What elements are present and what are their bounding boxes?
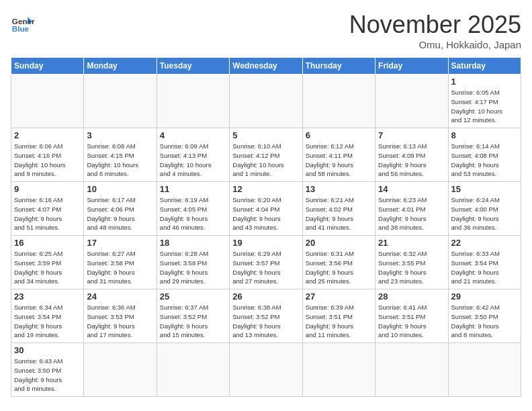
page-header: General Blue November 2025 Omu, Hokkaido… [11,11,521,50]
day-number: 2 [14,130,81,140]
calendar-cell: 7Sunrise: 6:13 AM Sunset: 4:09 PM Daylig… [375,128,448,182]
calendar-cell [302,343,375,397]
day-info: Sunrise: 6:17 AM Sunset: 4:06 PM Dayligh… [87,195,153,232]
calendar-cell: 23Sunrise: 6:34 AM Sunset: 3:54 PM Dayli… [11,289,84,343]
day-number: 21 [378,238,445,248]
day-number: 28 [378,291,445,302]
calendar-cell: 15Sunrise: 6:24 AM Sunset: 4:00 PM Dayli… [448,182,521,236]
calendar-cell: 17Sunrise: 6:27 AM Sunset: 3:58 PM Dayli… [84,236,157,289]
day-number: 15 [451,184,518,194]
calendar-cell: 16Sunrise: 6:25 AM Sunset: 3:59 PM Dayli… [11,236,84,289]
day-info: Sunrise: 6:39 AM Sunset: 3:51 PM Dayligh… [306,303,372,340]
day-number: 10 [87,184,153,194]
logo: General Blue [11,11,35,35]
day-info: Sunrise: 6:29 AM Sunset: 3:57 PM Dayligh… [232,249,299,286]
calendar-cell: 19Sunrise: 6:29 AM Sunset: 3:57 PM Dayli… [230,236,302,289]
col-header-wednesday: Wednesday [230,58,302,75]
calendar-cell: 2Sunrise: 6:06 AM Sunset: 4:16 PM Daylig… [11,128,84,182]
calendar-cell: 5Sunrise: 6:10 AM Sunset: 4:12 PM Daylig… [230,128,302,182]
calendar-cell [157,75,229,128]
col-header-tuesday: Tuesday [157,58,229,75]
day-number: 29 [451,291,518,302]
day-number: 6 [306,130,372,140]
calendar-cell: 3Sunrise: 6:08 AM Sunset: 4:15 PM Daylig… [84,128,157,182]
calendar-cell: 28Sunrise: 6:41 AM Sunset: 3:51 PM Dayli… [375,289,448,343]
day-number: 8 [451,130,518,140]
day-number: 30 [14,345,81,355]
day-info: Sunrise: 6:14 AM Sunset: 4:08 PM Dayligh… [451,142,518,179]
calendar-cell [11,75,84,128]
day-info: Sunrise: 6:34 AM Sunset: 3:54 PM Dayligh… [14,303,81,340]
day-number: 5 [232,130,299,140]
day-info: Sunrise: 6:37 AM Sunset: 3:52 PM Dayligh… [160,303,226,340]
location: Omu, Hokkaido, Japan [349,39,521,50]
day-info: Sunrise: 6:13 AM Sunset: 4:09 PM Dayligh… [378,142,445,179]
day-number: 14 [378,184,445,194]
day-info: Sunrise: 6:33 AM Sunset: 3:54 PM Dayligh… [451,249,518,286]
calendar-week-row: 30Sunrise: 6:43 AM Sunset: 3:50 PM Dayli… [11,343,521,397]
day-number: 23 [14,291,81,302]
calendar-table: SundayMondayTuesdayWednesdayThursdayFrid… [11,57,521,397]
day-info: Sunrise: 6:24 AM Sunset: 4:00 PM Dayligh… [451,195,518,232]
calendar-cell: 18Sunrise: 6:28 AM Sunset: 3:58 PM Dayli… [157,236,229,289]
day-number: 13 [306,184,372,194]
day-info: Sunrise: 6:16 AM Sunset: 4:07 PM Dayligh… [14,195,81,232]
day-info: Sunrise: 6:42 AM Sunset: 3:50 PM Dayligh… [451,303,518,340]
calendar-cell [157,343,229,397]
day-info: Sunrise: 6:28 AM Sunset: 3:58 PM Dayligh… [160,249,226,286]
calendar-cell: 25Sunrise: 6:37 AM Sunset: 3:52 PM Dayli… [157,289,229,343]
day-info: Sunrise: 6:32 AM Sunset: 3:55 PM Dayligh… [378,249,445,286]
col-header-thursday: Thursday [302,58,375,75]
calendar-week-row: 16Sunrise: 6:25 AM Sunset: 3:59 PM Dayli… [11,236,521,289]
day-number: 3 [87,130,153,140]
day-info: Sunrise: 6:36 AM Sunset: 3:53 PM Dayligh… [87,303,153,340]
day-number: 18 [160,238,226,248]
calendar-week-row: 23Sunrise: 6:34 AM Sunset: 3:54 PM Dayli… [11,289,521,343]
day-info: Sunrise: 6:10 AM Sunset: 4:12 PM Dayligh… [232,142,299,179]
title-block: November 2025 Omu, Hokkaido, Japan [349,11,521,50]
day-number: 20 [306,238,372,248]
calendar-cell [375,343,448,397]
calendar-week-row: 1Sunrise: 6:05 AM Sunset: 4:17 PM Daylig… [11,75,521,128]
day-info: Sunrise: 6:12 AM Sunset: 4:11 PM Dayligh… [306,142,372,179]
day-number: 25 [160,291,226,302]
calendar-cell: 12Sunrise: 6:20 AM Sunset: 4:04 PM Dayli… [230,182,302,236]
calendar-cell: 8Sunrise: 6:14 AM Sunset: 4:08 PM Daylig… [448,128,521,182]
calendar-cell: 24Sunrise: 6:36 AM Sunset: 3:53 PM Dayli… [84,289,157,343]
calendar-cell: 22Sunrise: 6:33 AM Sunset: 3:54 PM Dayli… [448,236,521,289]
calendar-week-row: 2Sunrise: 6:06 AM Sunset: 4:16 PM Daylig… [11,128,521,182]
day-info: Sunrise: 6:05 AM Sunset: 4:17 PM Dayligh… [451,88,518,125]
day-info: Sunrise: 6:23 AM Sunset: 4:01 PM Dayligh… [378,195,445,232]
day-number: 26 [232,291,299,302]
calendar-cell: 30Sunrise: 6:43 AM Sunset: 3:50 PM Dayli… [11,343,84,397]
day-info: Sunrise: 6:19 AM Sunset: 4:05 PM Dayligh… [160,195,226,232]
day-number: 22 [451,238,518,248]
calendar-cell: 13Sunrise: 6:21 AM Sunset: 4:02 PM Dayli… [302,182,375,236]
day-number: 7 [378,130,445,140]
calendar-cell [448,343,521,397]
day-info: Sunrise: 6:41 AM Sunset: 3:51 PM Dayligh… [378,303,445,340]
calendar-cell: 10Sunrise: 6:17 AM Sunset: 4:06 PM Dayli… [84,182,157,236]
calendar-cell: 29Sunrise: 6:42 AM Sunset: 3:50 PM Dayli… [448,289,521,343]
day-number: 12 [232,184,299,194]
day-info: Sunrise: 6:25 AM Sunset: 3:59 PM Dayligh… [14,249,81,286]
day-number: 1 [451,77,518,87]
logo-icon: General Blue [11,11,35,35]
month-title: November 2025 [349,11,521,39]
calendar-cell [375,75,448,128]
col-header-saturday: Saturday [448,58,521,75]
svg-text:Blue: Blue [12,24,30,33]
calendar-cell: 27Sunrise: 6:39 AM Sunset: 3:51 PM Dayli… [302,289,375,343]
col-header-monday: Monday [84,58,157,75]
calendar-header-row: SundayMondayTuesdayWednesdayThursdayFrid… [11,58,521,75]
calendar-cell: 14Sunrise: 6:23 AM Sunset: 4:01 PM Dayli… [375,182,448,236]
day-info: Sunrise: 6:31 AM Sunset: 3:56 PM Dayligh… [306,249,372,286]
day-info: Sunrise: 6:06 AM Sunset: 4:16 PM Dayligh… [14,142,81,179]
day-number: 17 [87,238,153,248]
col-header-sunday: Sunday [11,58,84,75]
day-info: Sunrise: 6:09 AM Sunset: 4:13 PM Dayligh… [160,142,226,179]
calendar-cell: 26Sunrise: 6:38 AM Sunset: 3:52 PM Dayli… [230,289,302,343]
col-header-friday: Friday [375,58,448,75]
calendar-cell [302,75,375,128]
day-number: 16 [14,238,81,248]
